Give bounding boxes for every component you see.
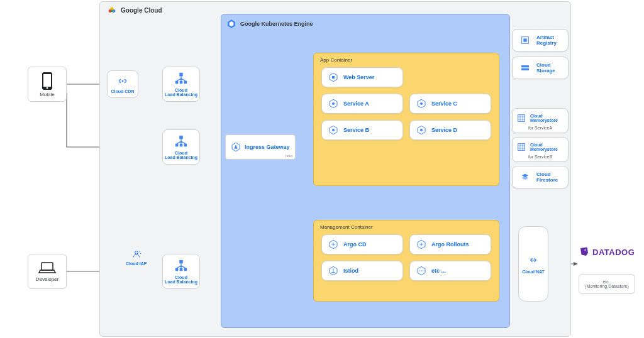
laptop-icon: [38, 261, 57, 275]
external-datadog: DATADOG: [579, 246, 635, 258]
svg-point-10: [122, 80, 124, 82]
svg-point-34: [332, 129, 335, 131]
svg-rect-48: [518, 114, 525, 121]
svg-rect-47: [521, 68, 529, 70]
ingress-label: Ingress Gateway: [245, 144, 290, 150]
node-load-balancer-3: Cloud Load Balancing: [162, 254, 200, 289]
side-firestore: Cloud Firestore: [512, 166, 569, 188]
actor-developer-label: Developer: [36, 276, 58, 282]
service-b: Service B: [321, 120, 403, 140]
service-icon: [416, 99, 426, 109]
cloud-storage-icon: [519, 62, 531, 74]
svg-rect-9: [42, 263, 53, 270]
side-cloud-storage: Cloud Storage: [512, 57, 569, 79]
load-balancer-icon: [174, 72, 188, 85]
svg-rect-23: [175, 268, 179, 271]
service-c: Service C: [409, 94, 491, 114]
service-istiod: Istiod: [321, 261, 403, 281]
svg-rect-15: [179, 136, 183, 139]
svg-point-21: [140, 253, 142, 254]
gke-icon: [226, 19, 236, 29]
load-balancer-icon: [174, 259, 188, 273]
svg-rect-24: [180, 268, 183, 271]
gke-title: Google Kubernetes Engine: [240, 21, 313, 27]
mobile-device-icon: [40, 72, 54, 90]
service-a: Service A: [321, 94, 403, 114]
svg-point-50: [584, 249, 586, 251]
app-container-title: App Container: [320, 57, 352, 63]
svg-point-19: [135, 251, 138, 254]
firestore-icon: [519, 171, 531, 183]
node-cloud-nat: Cloud NAT: [518, 226, 548, 302]
service-argo-cd: Argo CD: [321, 234, 403, 254]
istio-icon: [231, 142, 241, 152]
service-icon: [416, 266, 426, 276]
svg-rect-22: [179, 260, 183, 264]
service-icon: [416, 239, 426, 249]
svg-point-20: [139, 251, 140, 253]
actor-developer: Developer: [28, 254, 67, 289]
external-etc: etc.. (Monitoring,Datastore): [579, 274, 635, 294]
node-load-balancer-2: Cloud Load Balancing: [162, 129, 200, 165]
google-cloud-title: Google Cloud: [121, 7, 162, 14]
cdn-label: Cloud CDN: [111, 89, 135, 94]
svg-point-41: [419, 270, 421, 271]
node-cloud-cdn: Cloud CDN: [107, 70, 138, 98]
cloud-nat-icon: [528, 254, 539, 266]
svg-rect-12: [175, 81, 179, 84]
cloud-iap-label: Cloud IAP: [126, 249, 147, 266]
datadog-logo-icon: [579, 246, 590, 258]
google-cloud-header: Google Cloud: [107, 5, 162, 15]
svg-point-3: [111, 9, 113, 12]
svg-point-8: [47, 87, 48, 89]
service-icon: [328, 266, 338, 276]
svg-point-30: [332, 102, 335, 105]
mgmt-container-title: Management Container: [320, 224, 373, 230]
svg-rect-13: [180, 81, 183, 84]
side-memorystore-b: Cloud Memorystore for ServiceB: [512, 137, 569, 162]
svg-rect-28: [332, 76, 335, 79]
service-etc: etc ...: [409, 261, 491, 281]
svg-rect-46: [521, 65, 529, 67]
load-balancer-icon: [174, 134, 188, 148]
cdn-icon: [117, 75, 128, 87]
svg-rect-11: [179, 73, 183, 77]
memorystore-icon: [515, 112, 528, 124]
svg-rect-7: [43, 74, 51, 87]
lb2-label: Cloud Load Balancing: [165, 151, 197, 160]
side-artifact-registry: Artifact Registry: [512, 29, 569, 52]
memorystore-icon: [515, 141, 528, 153]
artifact-registry-icon: [519, 34, 531, 46]
service-icon: [416, 125, 426, 135]
gke-header: Google Kubernetes Engine: [226, 19, 313, 29]
svg-rect-45: [523, 38, 526, 41]
service-icon: [328, 125, 338, 135]
service-argo-rollouts: Argo Rollouts: [409, 234, 491, 254]
management-container: Management Container Argo CD Argo Rollou…: [313, 220, 499, 302]
svg-rect-16: [175, 144, 179, 147]
svg-point-36: [420, 129, 423, 131]
svg-rect-18: [184, 144, 187, 147]
service-web-server: Web Server: [321, 67, 403, 87]
svg-point-32: [420, 102, 423, 105]
svg-point-42: [421, 270, 422, 271]
side-memorystore-a: Cloud Memorystore for ServiceA: [512, 108, 569, 133]
svg-rect-17: [180, 144, 183, 147]
iap-icon: [131, 249, 142, 260]
node-ingress-gateway: Ingress Gateway Istio: [225, 134, 296, 160]
svg-rect-14: [184, 81, 187, 84]
lb1-label: Cloud Load Balancing: [165, 88, 197, 97]
node-load-balancer-1: Cloud Load Balancing: [162, 67, 200, 102]
ingress-sublabel: Istio: [286, 154, 292, 158]
google-cloud-logo-icon: [107, 5, 117, 15]
actor-mobile: Mobile: [28, 67, 67, 102]
svg-point-43: [423, 270, 424, 271]
service-d: Service D: [409, 120, 491, 140]
app-container: App Container Web Server Service A Servi…: [313, 53, 499, 186]
actor-mobile-label: Mobile: [40, 92, 55, 97]
service-icon: [328, 239, 338, 249]
lb3-label: Cloud Load Balancing: [165, 275, 197, 284]
svg-rect-25: [184, 268, 187, 271]
svg-rect-49: [518, 143, 525, 150]
service-icon: [328, 72, 338, 82]
